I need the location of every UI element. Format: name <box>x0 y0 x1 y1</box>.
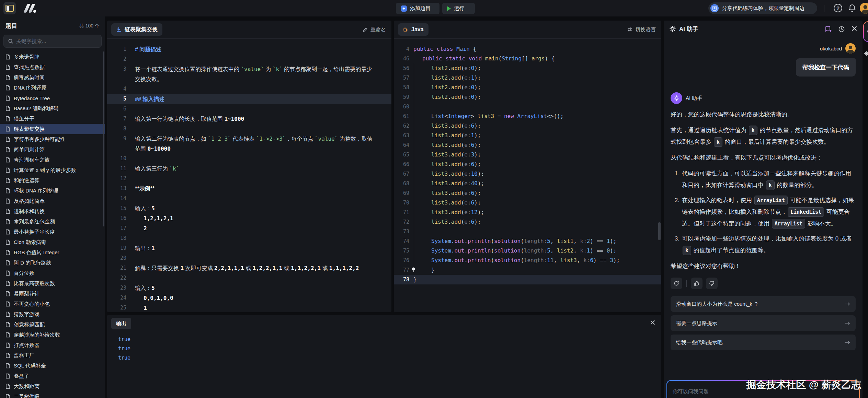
sidebar-item[interactable]: 不再贪心的小包 <box>0 299 105 309</box>
sidebar-item[interactable]: 二叉树供暖 <box>0 391 105 398</box>
sidebar-item[interactable]: 暴雨梨花针 <box>0 289 105 299</box>
code-line[interactable]: 72list3.add(e:6); <box>394 217 661 227</box>
markdown-line[interactable]: 11输入第三行为 `k` <box>107 164 391 174</box>
notification-bell-icon[interactable] <box>848 4 856 13</box>
sidebar-item[interactable]: 多米诺骨牌 <box>0 52 105 62</box>
sidebar-item[interactable]: 青海湖租车之旅 <box>0 155 105 165</box>
markdown-line[interactable]: 21解释：只需要交换 1 次即可变成 2,2,1,1,1 或 1,2,2,1,1… <box>107 263 391 273</box>
add-problem-button[interactable]: + 添加题目 <box>396 3 439 14</box>
code-line[interactable]: 75System.out.println(solution(length:5, … <box>394 246 661 256</box>
promo-banner[interactable]: 分享代码练习体验，领限量定制周边 <box>708 2 817 14</box>
sidebar-item[interactable]: 蛋糕工厂 <box>0 350 105 361</box>
code-line[interactable]: 68list3.add(e:40); <box>394 179 661 188</box>
code-line[interactable]: 58list2.add(e:0); <box>394 83 661 92</box>
markdown-line[interactable]: 9输入第二行为链表的节点，如 `1 2 3` 代表链表 `1->2->3`，每个… <box>107 134 391 154</box>
close-output-icon[interactable] <box>650 320 655 325</box>
sidebar-item[interactable]: 阿 D 的飞行路线 <box>0 258 105 268</box>
suggestion-chip[interactable]: 滑动窗口的大小为什么是 count_k ？ <box>671 296 856 312</box>
sidebar-item[interactable]: 打点计数器 <box>0 340 105 350</box>
sidebar-item[interactable]: 计算位置 x 到 y 的最少步数 <box>0 165 105 175</box>
code-line[interactable]: 76System.out.println(solution(length:11,… <box>394 256 661 265</box>
code-line[interactable]: 62list3.add(e:6); <box>394 121 661 131</box>
sidebar-item[interactable]: 大数和距离 <box>0 381 105 391</box>
regenerate-button[interactable] <box>671 278 682 289</box>
new-chat-icon[interactable] <box>825 26 832 33</box>
search-input[interactable]: 关键字搜索... <box>3 35 102 48</box>
markdown-line[interactable]: 8 <box>107 124 391 134</box>
code-line[interactable]: 60 <box>394 102 661 112</box>
output-tab[interactable]: 输出 <box>111 318 131 329</box>
markdown-line[interactable]: 1# 问题描述 <box>107 44 391 54</box>
code-line[interactable]: 59list2.add(e:0); <box>394 92 661 102</box>
markdown-line[interactable]: 172 <box>107 223 391 233</box>
user-avatar[interactable] <box>860 3 868 14</box>
code-line[interactable]: 69list3.add(e:6); <box>394 188 661 198</box>
code-line[interactable]: 67list3.add(e:10); <box>394 169 661 179</box>
markdown-line[interactable]: 23输入：5 <box>107 283 391 293</box>
sidebar-item[interactable]: 链表聚集交换 <box>0 124 105 134</box>
suggestion-chip[interactable]: 给我一些代码提示吧 <box>671 335 856 350</box>
markdown-line[interactable]: 14 <box>107 194 391 203</box>
markdown-line[interactable]: 240,0,1,0,0 <box>107 293 391 303</box>
switch-language-button[interactable]: 切换语言 <box>627 21 656 38</box>
code-line[interactable]: 73 <box>394 227 661 236</box>
sidebar-item[interactable]: 病毒感染时间 <box>0 72 105 83</box>
markdown-line[interactable]: 6 <box>107 104 391 114</box>
markdown-line[interactable]: 5## 输入描述 <box>107 94 391 104</box>
sidebar-item[interactable]: DNA 序列还原 <box>0 83 105 93</box>
help-icon[interactable]: ? <box>834 4 842 12</box>
sidebar-item[interactable]: 百分位数 <box>0 268 105 278</box>
thumbs-down-button[interactable] <box>706 278 718 289</box>
markdown-line[interactable]: 3将一个链表通过交换位置的操作使链表中的 `value` 为 `k` 的节点都聚… <box>107 64 391 84</box>
code-scrollbar[interactable] <box>658 222 661 240</box>
suggestion-chip[interactable]: 需要一点思路提示 <box>671 315 856 331</box>
markdown-editor[interactable]: 1# 问题描述23将一个链表通过交换位置的操作使链表中的 `value` 为 `… <box>107 39 391 312</box>
sidebar-item[interactable]: 及格如此简单 <box>0 196 105 206</box>
markdown-line[interactable]: 12 <box>107 174 391 184</box>
markdown-line[interactable]: 2 <box>107 54 391 64</box>
run-button[interactable]: 运行 <box>442 3 475 14</box>
sidebar-item[interactable]: 查找热点数据 <box>0 62 105 72</box>
markdown-line[interactable]: 7输入第一行为链表的长度，取值范围 1~1000 <box>107 114 391 124</box>
sidebar-item[interactable]: Cion 勒索病毒 <box>0 237 105 247</box>
code-line[interactable]: 78} <box>394 275 661 284</box>
problem-tab[interactable]: 链表聚集交换 <box>111 23 162 36</box>
code-line[interactable]: 56list2.add(e:0); <box>394 63 661 73</box>
ai-launcher-button[interactable] <box>863 21 868 42</box>
sidebar-item[interactable]: 进制求和转换 <box>0 206 105 216</box>
sidebar-item[interactable]: 字符串有多少种可能性 <box>0 134 105 144</box>
code-line[interactable]: 71list3.add(e:12); <box>394 208 661 217</box>
lightbulb-icon[interactable] <box>411 267 416 273</box>
code-line[interactable]: 70list3.add(e:6); <box>394 198 661 208</box>
rename-button[interactable]: 重命名 <box>363 21 386 38</box>
sidebar-item[interactable]: 猜数字游戏 <box>0 309 105 319</box>
code-line[interactable]: 77} <box>394 265 661 275</box>
dock-glyph-icon[interactable] <box>864 51 868 56</box>
sidebar-item[interactable]: 简单四则计算 <box>0 144 105 155</box>
markdown-line[interactable]: 15输入：5 <box>107 203 391 213</box>
sidebar-item[interactable]: 和的逆运算 <box>0 175 105 186</box>
markdown-line[interactable]: 10 <box>107 154 391 164</box>
code-line[interactable]: 63list3.add(e:1); <box>394 131 661 140</box>
code-line[interactable]: 61List<Integer> list3 = new ArrayList<>(… <box>394 112 661 121</box>
code-line[interactable]: 65list3.add(e:3); <box>394 150 661 160</box>
code-editor[interactable]: 4public class Main {46public static void… <box>394 39 661 284</box>
markdown-line[interactable]: 18 <box>107 233 391 243</box>
markdown-line[interactable]: 13**示例** <box>107 184 391 194</box>
markdown-line[interactable]: 20 <box>107 253 391 263</box>
markdown-line[interactable]: 19输出：1 <box>107 243 391 253</box>
history-icon[interactable] <box>838 26 845 33</box>
markdown-line[interactable]: 22 <box>107 273 391 283</box>
sidebar-item[interactable]: SQL 代码补全 <box>0 361 105 371</box>
markdown-line[interactable]: 161,2,1,2,1 <box>107 213 391 223</box>
sidebar-item[interactable]: 穿越沙漠的补给次数 <box>0 330 105 340</box>
sidebar-item[interactable]: RGB 色值转 Integer <box>0 247 105 258</box>
sidebar-item[interactable]: 拿到最多红包金额 <box>0 216 105 227</box>
sidebar-toggle-button[interactable] <box>3 2 16 14</box>
sidebar-item[interactable]: 叠盘子 <box>0 371 105 381</box>
markdown-line[interactable]: 4 <box>107 84 391 94</box>
language-tab[interactable]: Java <box>398 23 429 36</box>
sidebar-item[interactable]: 创意标题匹配 <box>0 319 105 330</box>
sidebar-item[interactable]: Base32 编码和解码 <box>0 103 105 114</box>
sidebar-item[interactable]: 猫鱼分干 <box>0 114 105 124</box>
